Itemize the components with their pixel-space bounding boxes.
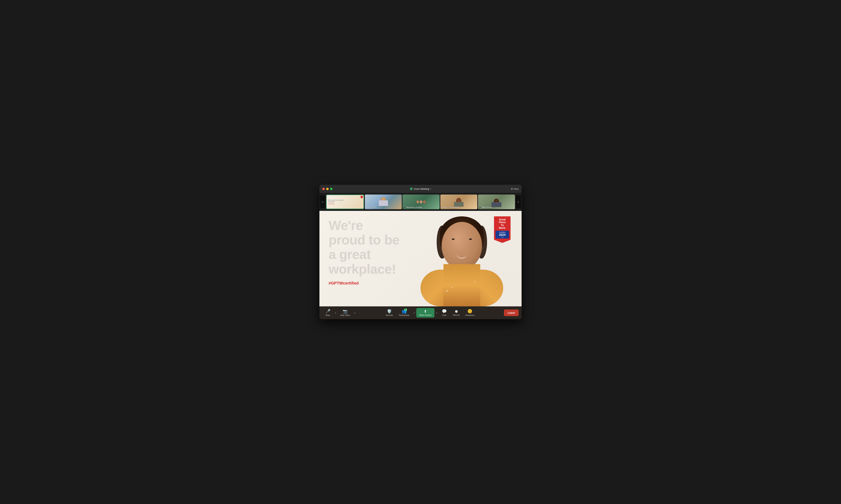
toolbar-right-group: Leave [504, 309, 519, 316]
badge-work: Work. [495, 227, 509, 229]
body-center [443, 264, 480, 306]
participant-thumb-henry[interactable]: Henry Park [365, 195, 402, 209]
participant-thumb-marketing[interactable]: 🎤 Marketing Huddle [402, 195, 439, 209]
maximize-button[interactable] [330, 188, 332, 190]
security-shield-icon: ✓ [410, 187, 413, 190]
headline-line3: a great [329, 247, 399, 262]
person-visual [421, 211, 503, 306]
stop-video-button[interactable]: 📷 Stop Video [338, 308, 353, 318]
participant-thumb-mike[interactable]: 🎤 Mike Nolan [478, 195, 515, 209]
stop-video-icon: 📷 [343, 309, 348, 313]
presentation-text: We're proud to be a great workplace! #GP… [329, 218, 399, 286]
floral-3 [474, 281, 476, 283]
mic-muted-icon-marketing: 🎤 [404, 206, 406, 208]
chat-button[interactable]: 💬 Chat [439, 308, 450, 318]
participant-label-marketing: 🎤 Marketing Huddle [404, 206, 422, 209]
view-button[interactable]: ⊞ View [511, 187, 519, 190]
floral-2 [452, 287, 453, 288]
badge-blue-part: Certified 2024 USA [495, 231, 509, 239]
participants-caret[interactable]: ∧ [413, 312, 416, 314]
meeting-dropdown-icon[interactable]: ▾ [430, 188, 431, 190]
record-button[interactable]: ⏺ Record [451, 308, 462, 317]
badge-to: To [495, 224, 509, 227]
participants-strip: ‹ We're proud to be a great workplace! #… [319, 193, 522, 211]
headline: We're proud to be a great workplace! [329, 218, 399, 276]
badge-red-part: Great Place To Work. Certified 2024 USA [494, 216, 511, 243]
share-screen-button[interactable]: ⬆ Share Screen [416, 308, 435, 318]
meeting-title-area[interactable]: ✓ Zoom Meeting ▾ [410, 187, 431, 190]
security-icon: 🛡️ [387, 309, 392, 313]
grid-icon: ⊞ [511, 187, 513, 190]
stop-video-label: Stop Video [340, 314, 350, 316]
floral-1 [446, 290, 448, 292]
titlebar: ✓ Zoom Meeting ▾ ⊞ View [319, 185, 522, 193]
headline-line4: workplace! [329, 262, 399, 276]
participants-list: We're proud to be a great workplace! #GP… [325, 193, 516, 211]
mute-label: Mute [326, 314, 330, 316]
headline-line1: We're [329, 218, 399, 233]
record-icon: ⏺ [455, 309, 458, 313]
video-caret[interactable]: ∧ [353, 312, 356, 314]
participants-button[interactable]: 👥 5 Participants [396, 308, 412, 318]
share-screen-caret[interactable]: ∧ [435, 312, 438, 314]
leave-button[interactable]: Leave [504, 309, 519, 316]
participant-label-henry: Henry Park [366, 206, 376, 209]
strip-prev-button[interactable]: ‹ [320, 195, 325, 208]
participants-label: Participants [399, 314, 409, 316]
headline-line2: proud to be [329, 233, 399, 247]
presentation-area: We're proud to be a great workplace! #GP… [319, 211, 522, 306]
badge-great: Great [495, 218, 509, 221]
participants-count-badge: 5 [404, 309, 407, 311]
face-shape [442, 222, 482, 270]
toolbar: 🎤 Mute ∧ 📷 Stop Video ∧ 🛡️ Security 👥 5 [319, 306, 522, 319]
chat-label: Chat [442, 314, 446, 316]
share-screen-label: Share Screen [419, 314, 432, 316]
security-label: Security [386, 314, 393, 316]
share-screen-icon: ⬆ [424, 309, 427, 313]
meeting-title: Zoom Meeting [414, 187, 429, 190]
mic-muted-icon-mike: 🎤 [479, 206, 481, 208]
record-label: Record [453, 314, 459, 316]
reactions-button[interactable]: 😊 Reactions [463, 308, 477, 318]
participant-label-mike: 🎤 Mike Nolan [479, 206, 492, 209]
close-button[interactable] [322, 188, 325, 190]
mute-button[interactable]: 🎤 Mute [322, 308, 333, 318]
gptw-badge-container: Great Place To Work. Certified 2024 USA [494, 216, 511, 243]
gptw-badge: Great Place To Work. Certified 2024 USA [494, 216, 511, 243]
toolbar-center-group: 🛡️ Security 👥 5 Participants ∧ ⬆ Share S… [356, 308, 504, 318]
window-controls [322, 188, 332, 190]
titlebar-right: ⊞ View [511, 187, 519, 190]
toolbar-left-group: 🎤 Mute ∧ 📷 Stop Video ∧ [322, 308, 356, 318]
minimize-button[interactable] [326, 188, 329, 190]
participants-icon-wrapper: 👥 5 [402, 309, 407, 313]
mute-caret[interactable]: ∧ [334, 312, 337, 314]
badge-place: Place [495, 221, 509, 224]
badge-country: USA [496, 237, 508, 238]
reactions-icon: 😊 [467, 309, 472, 313]
main-content: We're proud to be a great workplace! #GP… [319, 211, 522, 306]
participant-thumb-self[interactable]: We're proud to be a great workplace! #GP… [326, 195, 364, 209]
participant-thumb-casey[interactable]: Casey Cunningham [440, 195, 477, 209]
hashtag: #GPTWcertified [329, 281, 399, 286]
zoom-window: ✓ Zoom Meeting ▾ ⊞ View ‹ We're proud to… [319, 185, 522, 319]
view-label: View [513, 187, 519, 190]
reactions-label: Reactions [465, 314, 474, 316]
badge-year: 2024 [496, 233, 508, 237]
participant-label-casey: Casey Cunningham [441, 206, 459, 209]
security-button[interactable]: 🛡️ Security [383, 308, 396, 318]
mute-icon: 🎤 [326, 309, 330, 313]
strip-next-button[interactable]: › [516, 195, 521, 208]
thumb-content-self: We're proud to be a great workplace! #GP… [327, 195, 364, 209]
badge-certified-text: Certified [496, 231, 508, 233]
chat-icon: 💬 [442, 309, 447, 313]
